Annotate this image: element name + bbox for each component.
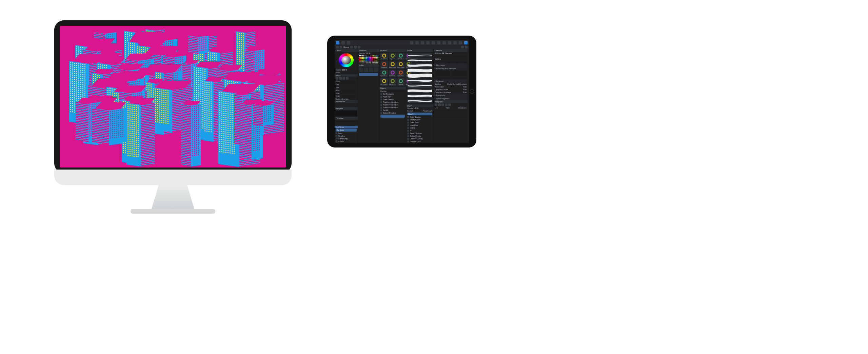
checkbox-icon[interactable] — [407, 127, 409, 129]
stroke-cap-field[interactable] — [339, 83, 357, 85]
stroke-style-dash-icon[interactable] — [342, 77, 345, 80]
style-thumb[interactable] — [364, 67, 368, 72]
colour-wheel[interactable] — [339, 53, 354, 67]
swatch[interactable] — [374, 58, 375, 59]
stroke-style-solid-icon[interactable] — [339, 77, 342, 80]
checkbox-icon[interactable] — [407, 138, 409, 140]
swatch[interactable] — [367, 62, 368, 63]
layer-fx-item[interactable]: Bevel / Emboss — [406, 132, 433, 135]
history-item[interactable]: Transform selection — [379, 103, 406, 106]
swatch[interactable] — [372, 62, 373, 63]
textstyle-item[interactable]: Heading — [335, 135, 358, 137]
swatch[interactable] — [373, 57, 374, 58]
stroke-align-field[interactable] — [340, 89, 357, 92]
navigator-thumbnail[interactable] — [335, 111, 357, 116]
layer-fx-item[interactable]: Gaussian Blur — [406, 140, 433, 143]
stroke-style-brush-icon[interactable] — [346, 77, 349, 80]
char-field[interactable] — [459, 61, 467, 63]
stroke-miter-field[interactable] — [340, 92, 357, 94]
align-left-icon[interactable] — [435, 103, 437, 106]
swatch[interactable] — [374, 60, 375, 61]
stroke-preview[interactable] — [408, 58, 432, 62]
swatch[interactable] — [360, 60, 361, 61]
stroke-width-field[interactable] — [341, 80, 357, 83]
swatch[interactable] — [367, 58, 368, 59]
select-tool-icon[interactable] — [410, 41, 413, 44]
shape-tool-icon[interactable] — [448, 41, 451, 44]
swatch[interactable] — [361, 60, 362, 61]
swatch[interactable] — [366, 61, 367, 62]
swatch[interactable] — [374, 62, 375, 63]
undo-icon[interactable] — [336, 46, 339, 48]
layer-selected[interactable]: Layer1 — [407, 113, 432, 115]
char-decorations[interactable]: ▸ Decorations — [434, 63, 468, 67]
swatch[interactable] — [364, 60, 366, 61]
swatch[interactable] — [372, 58, 373, 59]
brush-thumb[interactable]: Gold 02 S… — [389, 70, 396, 77]
history-item[interactable]: Transform selection — [379, 101, 406, 103]
stroke-style-none-icon[interactable] — [336, 77, 338, 80]
swatch[interactable] — [372, 57, 373, 58]
swatch[interactable] — [364, 55, 366, 56]
char-field[interactable] — [443, 61, 450, 63]
typo-script-value[interactable]: Auto — [463, 88, 467, 91]
brush-thumb[interactable]: Stipplism — [380, 61, 388, 69]
swatch[interactable] — [376, 57, 377, 58]
history-item[interactable]: Set Fill — [379, 109, 406, 112]
checkbox-icon[interactable] — [407, 130, 409, 132]
checkbox-icon[interactable] — [407, 124, 409, 126]
redo-icon[interactable] — [340, 46, 342, 48]
checkbox-icon[interactable] — [407, 135, 409, 137]
layer-fx-item[interactable]: Inner Glow — [406, 124, 433, 126]
stroke-preview[interactable] — [408, 53, 432, 57]
font-weight-field[interactable] — [435, 55, 450, 57]
swatch[interactable] — [377, 60, 378, 61]
swatch[interactable] — [360, 57, 361, 58]
checkbox-icon[interactable] — [407, 141, 409, 142]
swatch[interactable] — [359, 57, 360, 58]
para-field[interactable] — [446, 116, 456, 118]
swatch[interactable] — [369, 55, 370, 56]
para-field[interactable] — [456, 116, 467, 118]
textstyle-item[interactable]: Body — [335, 132, 358, 135]
swatch[interactable] — [361, 55, 362, 56]
swatch[interactable] — [361, 57, 362, 58]
swatch[interactable] — [363, 57, 364, 58]
textstyle-nostyle[interactable]: [No Style] — [336, 129, 357, 132]
stroke-preview[interactable] — [408, 89, 432, 93]
swatch[interactable] — [370, 57, 371, 58]
swatch[interactable] — [361, 58, 362, 59]
node-tool-icon[interactable] — [415, 41, 419, 44]
brush-thumb[interactable]: Seed Brush — [397, 61, 405, 69]
char-positioning[interactable]: ▸ Positioning and Transform — [434, 67, 468, 70]
stroke-preview[interactable] — [408, 74, 432, 78]
para-field[interactable] — [456, 110, 467, 112]
swatch[interactable] — [359, 62, 360, 63]
pencil-tool-icon[interactable] — [432, 41, 435, 44]
swatch[interactable] — [373, 60, 374, 61]
swatch[interactable] — [367, 61, 368, 62]
swatch[interactable] — [376, 61, 377, 62]
swatch[interactable] — [376, 58, 377, 59]
swatch[interactable] — [359, 55, 360, 56]
pos-field[interactable] — [451, 74, 467, 76]
style-thumb[interactable] — [369, 67, 373, 72]
swatch[interactable] — [369, 57, 370, 58]
stroke-preview[interactable] — [408, 68, 432, 73]
swatch[interactable] — [360, 62, 361, 63]
textstyle-item[interactable]: Subheading — [335, 137, 358, 140]
swatch[interactable] — [377, 58, 378, 59]
para-field[interactable] — [456, 113, 467, 115]
swatch[interactable] — [370, 55, 371, 56]
swatch[interactable] — [376, 55, 377, 56]
blend-passthrough-label[interactable]: Passthrough — [423, 110, 432, 112]
swatch[interactable] — [360, 55, 361, 56]
align-icon[interactable] — [350, 46, 353, 48]
swatch[interactable] — [377, 62, 378, 63]
font-size-field[interactable] — [451, 55, 467, 57]
swatch[interactable] — [370, 60, 371, 61]
swatch[interactable] — [359, 61, 360, 62]
swatch[interactable] — [361, 61, 362, 62]
brush-thumb[interactable]: Gold 01 S… — [380, 70, 388, 77]
style-thumb[interactable] — [374, 67, 378, 72]
